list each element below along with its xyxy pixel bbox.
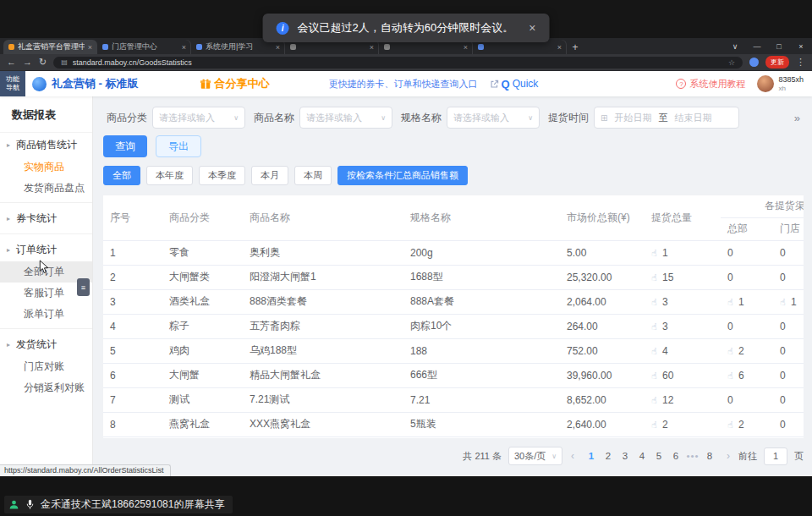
reload-icon[interactable]: ↻ <box>39 58 47 67</box>
pickup-count-link[interactable]: ☝ 1 <box>780 296 797 308</box>
tab-close-icon[interactable]: × <box>182 43 186 52</box>
filter-select-2[interactable]: 请选择或输入∨ <box>447 107 540 129</box>
screen-share-indicator: 金禾通技术王斌18662591081的屏幕共享 <box>4 496 233 513</box>
back-icon[interactable]: ← <box>7 58 16 67</box>
pickup-count-link[interactable]: ☝ 4 <box>651 345 668 357</box>
close-window-button[interactable]: × <box>790 42 812 51</box>
cell-market-total: 8,652.00 <box>560 387 645 412</box>
page-number-8[interactable]: 8 <box>701 451 718 461</box>
pickup-count-link[interactable]: ☝ 3 <box>651 296 668 308</box>
cell-name: 7.21测试 <box>243 387 403 412</box>
minimize-button[interactable]: — <box>746 42 768 51</box>
tab-close-icon[interactable]: × <box>276 43 280 52</box>
tab-close-icon[interactable]: × <box>464 43 468 52</box>
share-center-link[interactable]: 合分享中心 <box>200 76 270 91</box>
next-page-icon[interactable]: › <box>725 450 732 462</box>
quick-filter-2[interactable]: 本季度 <box>199 166 245 185</box>
sidebar-item-8[interactable]: ▸发货统计 <box>0 332 92 356</box>
sidebar-item-9[interactable]: 门店对账 <box>0 356 92 377</box>
quick-filter-4[interactable]: 本周 <box>294 166 332 185</box>
pickup-count-link[interactable]: ☝ 60 <box>651 370 673 382</box>
goto-page-input[interactable] <box>764 447 787 465</box>
quick-filter-3[interactable]: 本月 <box>251 166 288 185</box>
sidebar-item-label: 券卡统计 <box>16 211 57 226</box>
quick-filter-0[interactable]: 全部 <box>103 166 140 185</box>
prev-page-icon[interactable]: ‹ <box>569 450 576 462</box>
browser-toolbar: ← → ↻ ▤ standard.maboy.cn/GoodsStatistic… <box>0 54 812 71</box>
pagination-total: 共 211 条 <box>463 450 502 463</box>
export-button[interactable]: 导出 <box>156 135 201 157</box>
page-number-4[interactable]: 4 <box>634 451 650 461</box>
sidebar-item-3[interactable]: ▸券卡统计 <box>0 206 92 230</box>
sidebar-item-1[interactable]: 实物商品 <box>0 156 92 178</box>
address-bar[interactable]: ▤ standard.maboy.cn/GoodsStatistics ☆ <box>53 57 743 69</box>
toast-close-icon[interactable]: × <box>529 21 535 35</box>
date-range-picker[interactable]: ⊞开始日期至结束日期 <box>594 107 739 129</box>
page-number-6[interactable]: 6 <box>667 451 684 461</box>
forward-icon[interactable]: → <box>23 58 32 67</box>
sidebar-item-7[interactable]: 派单订单 <box>0 304 92 325</box>
page-number-5[interactable]: 5 <box>650 451 667 461</box>
filter-select-0[interactable]: 请选择或输入∨ <box>152 107 245 129</box>
browser-tab-0[interactable]: 礼盒营销平台管理中心× <box>3 40 97 54</box>
bookmark-star-icon[interactable]: ☆ <box>728 58 735 67</box>
sidebar-item-10[interactable]: 分销返利对账 <box>0 377 92 398</box>
quick-filter-5[interactable]: 按检索条件汇总商品销售额 <box>337 166 468 185</box>
pickup-count-link[interactable]: ☝ 2 <box>651 419 668 431</box>
pickup-count-link[interactable]: ☝ 1 <box>727 296 744 308</box>
date-end-placeholder: 结束日期 <box>674 112 711 124</box>
page-number-3[interactable]: 3 <box>617 451 634 461</box>
browser-menu-icon[interactable]: ⋮ <box>796 58 805 67</box>
chevron-right-icon: ▸ <box>7 246 16 254</box>
page-number-2[interactable]: 2 <box>600 451 617 461</box>
search-button[interactable]: 查询 <box>103 135 147 157</box>
browser-profile-avatar[interactable] <box>749 58 759 67</box>
page-number-1[interactable]: 1 <box>583 451 600 461</box>
sidebar-item-0[interactable]: ▸商品销售统计 <box>0 133 92 156</box>
pickup-count-link[interactable]: ☝ 1 <box>651 247 668 259</box>
cell-category: 测试 <box>162 387 243 412</box>
cell-spec: 7.21 <box>403 387 560 412</box>
pickup-count-link[interactable]: ☝ 15 <box>651 272 673 283</box>
expand-filters-icon[interactable]: » <box>794 112 800 124</box>
pickup-count-link[interactable]: ☝ 2 <box>727 345 744 357</box>
page-size-select[interactable]: 30条/页 ∨ <box>508 447 562 465</box>
cell-store: 0 <box>773 387 804 412</box>
cell-name: 奥利奥 <box>243 240 403 265</box>
cell-store: 0 <box>773 412 804 436</box>
filter-select-1[interactable]: 请选择或输入∨ <box>299 107 392 129</box>
hand-icon: ☝ <box>651 420 657 430</box>
sidebar-item-2[interactable]: 发货商品盘点 <box>0 178 92 199</box>
new-tab-button[interactable]: + <box>567 40 584 54</box>
tutorial-link[interactable]: ? 系统使用教程 <box>676 78 745 91</box>
cell-store: 0 <box>773 363 804 387</box>
more-pages-icon[interactable]: ••• <box>684 451 701 461</box>
sidebar-item-4[interactable]: ▸订单统计 <box>0 238 92 261</box>
cell-category: 零食 <box>162 240 243 265</box>
filter-label-3: 提货时间 <box>548 111 589 125</box>
user-info[interactable]: 8385xh xh <box>757 75 804 92</box>
pickup-count-link[interactable]: ☝ 6 <box>727 370 744 382</box>
date-start-placeholder: 开始日期 <box>614 112 651 124</box>
meeting-desktop: i 会议已超过2人，自动转为60分钟限时会议。 × 礼盒营销平台管理中心×门店管… <box>0 0 812 516</box>
sidebar-item-label: 分销返利对账 <box>24 381 85 395</box>
tab-close-icon[interactable]: × <box>88 43 92 52</box>
pickup-count-link[interactable]: ☝ 12 <box>651 394 673 406</box>
divider <box>0 202 92 203</box>
function-nav-toggle[interactable]: 功能 导航 <box>0 71 25 96</box>
browser-update-button[interactable]: 更新 <box>765 56 789 69</box>
sidebar-collapse-handle[interactable]: ≡ <box>77 278 90 296</box>
goto-suffix: 页 <box>794 450 804 463</box>
tab-close-icon[interactable]: × <box>370 43 374 52</box>
quick-link[interactable]: Q Quick <box>490 78 539 91</box>
pickup-count-link[interactable]: ☝ 2 <box>727 419 744 431</box>
tab-close-icon[interactable]: × <box>557 43 562 52</box>
page-list: 123456•••8 <box>583 451 718 461</box>
page-icon: ▤ <box>61 58 68 66</box>
pickup-count-link[interactable]: ☝ 3 <box>651 321 668 332</box>
external-link-icon <box>490 80 499 89</box>
tab-search-icon[interactable]: ∨ <box>724 42 746 51</box>
maximize-button[interactable]: □ <box>768 42 790 51</box>
quick-filter-1[interactable]: 本年度 <box>146 166 193 185</box>
browser-tab-1[interactable]: 门店管理中心× <box>97 40 191 54</box>
